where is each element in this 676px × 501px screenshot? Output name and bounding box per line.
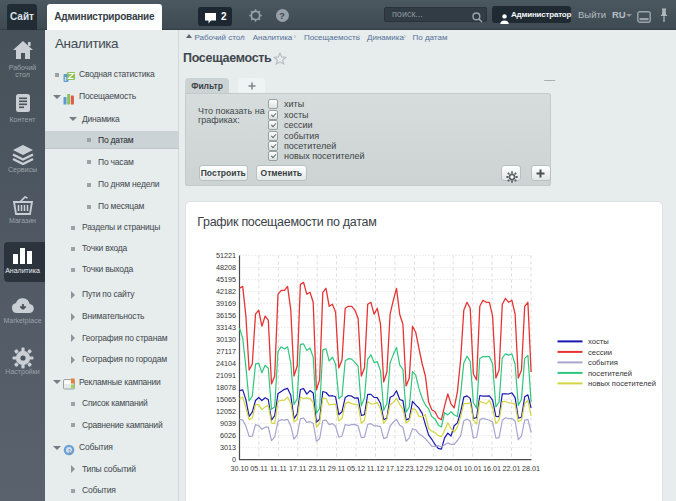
svg-text:12052: 12052 — [216, 407, 236, 416]
svg-text:05.11: 05.11 — [250, 464, 267, 473]
svg-text:39169: 39169 — [216, 299, 236, 308]
svg-text:15065: 15065 — [216, 395, 236, 404]
svg-text:48208: 48208 — [216, 263, 236, 272]
svg-text:28.01: 28.01 — [522, 464, 540, 473]
svg-text:27117: 27117 — [217, 347, 236, 356]
svg-text:04.01: 04.01 — [444, 464, 462, 473]
svg-text:18078: 18078 — [216, 383, 236, 392]
svg-text:24104: 24104 — [216, 359, 236, 368]
svg-text:29.11: 29.11 — [328, 464, 345, 473]
svg-text:16.01: 16.01 — [483, 464, 501, 473]
svg-text:3013: 3013 — [220, 443, 236, 452]
svg-text:10.01: 10.01 — [464, 464, 482, 473]
svg-text:11.12: 11.12 — [367, 464, 384, 473]
svg-text:51221: 51221 — [216, 251, 236, 260]
svg-text:23.11: 23.11 — [308, 464, 325, 473]
svg-text:29.12: 29.12 — [425, 464, 443, 473]
svg-text:42182: 42182 — [216, 287, 236, 296]
svg-text:6026: 6026 — [220, 431, 236, 440]
svg-text:хосты: хосты — [588, 337, 609, 346]
svg-text:45195: 45195 — [216, 275, 236, 284]
svg-text:21091: 21091 — [216, 371, 236, 380]
svg-text:30130: 30130 — [216, 335, 236, 344]
svg-text:17.11: 17.11 — [289, 464, 306, 473]
svg-text:11.11: 11.11 — [270, 464, 287, 473]
svg-text:05.12: 05.12 — [347, 464, 365, 473]
svg-text:23.12: 23.12 — [405, 464, 423, 473]
svg-text:сессии: сессии — [588, 348, 612, 357]
svg-text:30.10: 30.10 — [231, 464, 249, 473]
svg-text:22.01: 22.01 — [503, 464, 521, 473]
svg-text:события: события — [588, 358, 618, 367]
svg-text:33143: 33143 — [216, 323, 236, 332]
svg-text:36156: 36156 — [216, 311, 236, 320]
svg-text:9039: 9039 — [220, 419, 236, 428]
svg-text:17.12: 17.12 — [386, 464, 404, 473]
svg-text:посетителей: посетителей — [588, 369, 632, 378]
svg-text:новых посетителей: новых посетителей — [588, 379, 656, 388]
